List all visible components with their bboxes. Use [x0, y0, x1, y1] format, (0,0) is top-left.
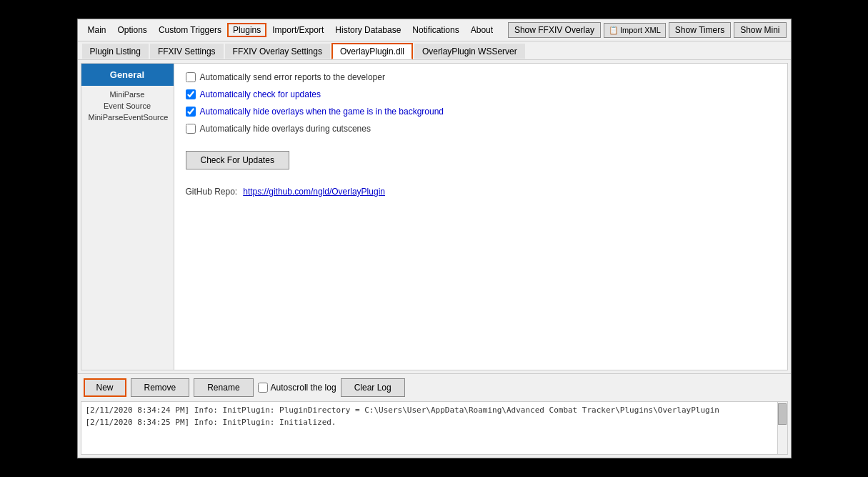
action-bar: New Remove Rename Autoscroll the log Cle…	[78, 373, 791, 401]
sidebar-item-event-source[interactable]: Event Source	[81, 100, 174, 112]
show-mini-button[interactable]: Show Mini	[734, 22, 786, 38]
new-button[interactable]: New	[84, 378, 126, 397]
auto-hide-background-checkbox[interactable]	[186, 107, 196, 117]
tab-ffxiv-overlay-settings[interactable]: FFXIV Overlay Settings	[225, 44, 330, 59]
sidebar-items: MiniParse Event Source MiniParseEventSou…	[81, 86, 174, 126]
menu-item-plugins[interactable]: Plugins	[227, 23, 266, 37]
clear-log-button[interactable]: Clear Log	[341, 378, 405, 397]
check-updates-container: Check For Updates	[186, 141, 776, 180]
app-window: Main Options Custom Triggers Plugins Imp…	[77, 19, 792, 458]
menu-item-custom-triggers[interactable]: Custom Triggers	[153, 23, 227, 37]
menu-item-about[interactable]: About	[465, 23, 499, 37]
sidebar-item-general[interactable]: General	[81, 64, 174, 86]
menu-item-history-database[interactable]: History Database	[329, 23, 406, 37]
autoscroll-container: Autoscroll the log	[258, 383, 336, 393]
github-label: GitHub Repo:	[186, 187, 238, 197]
github-link[interactable]: https://github.com/ngld/OverlayPlugin	[243, 187, 385, 197]
log-area-container: [2/11/2020 8:34:24 PM] Info: InitPlugin:…	[81, 401, 788, 455]
auto-error-reports-label[interactable]: Automatically send error reports to the …	[200, 72, 385, 82]
sidebar-item-miniparse[interactable]: MiniParse	[81, 89, 174, 100]
log-scrollbar-thumb[interactable]	[778, 403, 787, 425]
auto-hide-cutscenes-checkbox[interactable]	[186, 124, 196, 134]
log-scrollbar[interactable]	[777, 402, 787, 454]
log-text: [2/11/2020 8:34:24 PM] Info: InitPlugin:…	[86, 405, 783, 428]
tab-overlayplugin-dll[interactable]: OverlayPlugin.dll	[331, 43, 413, 59]
menu-item-main[interactable]: Main	[82, 23, 112, 37]
tab-plugin-listing[interactable]: Plugin Listing	[82, 44, 149, 59]
sub-tab-bar: Plugin Listing FFXIV Settings FFXIV Over…	[78, 41, 791, 60]
main-content: General MiniParse Event Source MiniParse…	[81, 63, 788, 370]
tab-overlayplugin-wsserver[interactable]: OverlayPlugin WSServer	[414, 44, 525, 59]
tab-ffxiv-settings[interactable]: FFXIV Settings	[150, 44, 224, 59]
rename-button[interactable]: Rename	[194, 378, 253, 397]
checkbox-row-2: Automatically check for updates	[186, 89, 776, 99]
menu-item-options[interactable]: Options	[112, 23, 153, 37]
menu-bar: Main Options Custom Triggers Plugins Imp…	[78, 19, 791, 41]
checkbox-row-3: Automatically hide overlays when the gam…	[186, 107, 776, 117]
autoscroll-label[interactable]: Autoscroll the log	[271, 383, 336, 393]
import-xml-button[interactable]: 📋 Import XML	[604, 23, 666, 38]
menu-item-notifications[interactable]: Notifications	[406, 23, 464, 37]
checkbox-row-1: Automatically send error reports to the …	[186, 72, 776, 82]
checkbox-row-4: Automatically hide overlays during cutsc…	[186, 124, 776, 134]
menu-item-import-export[interactable]: Import/Export	[266, 23, 329, 37]
auto-hide-cutscenes-label[interactable]: Automatically hide overlays during cutsc…	[200, 124, 371, 134]
import-icon: 📋	[609, 26, 619, 35]
menu-bar-right: Show FFXIV Overlay 📋 Import XML Show Tim…	[508, 22, 787, 38]
auto-hide-background-label[interactable]: Automatically hide overlays when the gam…	[200, 107, 444, 117]
auto-check-updates-label[interactable]: Automatically check for updates	[200, 89, 321, 99]
right-panel: Automatically send error reports to the …	[174, 64, 787, 370]
check-for-updates-button[interactable]: Check For Updates	[186, 151, 289, 169]
show-ffxiv-overlay-button[interactable]: Show FFXIV Overlay	[508, 22, 601, 38]
auto-error-reports-checkbox[interactable]	[186, 72, 196, 82]
autoscroll-checkbox[interactable]	[258, 383, 268, 393]
remove-button[interactable]: Remove	[131, 378, 190, 397]
sidebar-item-miniparse-event-source[interactable]: MiniParseEventSource	[81, 112, 174, 123]
auto-check-updates-checkbox[interactable]	[186, 89, 196, 99]
sidebar: General MiniParse Event Source MiniParse…	[81, 64, 174, 370]
github-row: GitHub Repo: https://github.com/ngld/Ove…	[186, 187, 776, 197]
show-timers-button[interactable]: Show Timers	[669, 22, 731, 38]
